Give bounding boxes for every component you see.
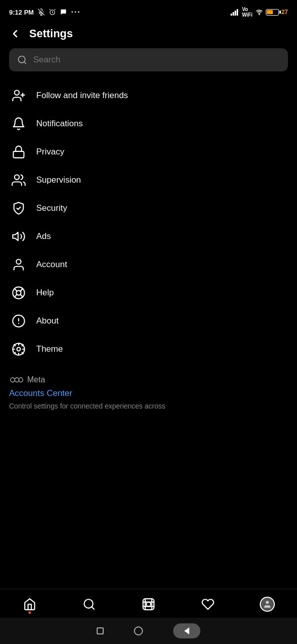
svg-line-22 bbox=[15, 289, 17, 291]
svg-rect-8 bbox=[235, 11, 236, 16]
message-icon bbox=[60, 9, 67, 16]
dot-menu-icon: ··· bbox=[71, 8, 81, 17]
menu-item-theme[interactable]: Theme bbox=[2, 335, 295, 363]
search-icon bbox=[17, 55, 27, 65]
bell-icon bbox=[11, 117, 26, 131]
svg-rect-42 bbox=[143, 599, 154, 610]
supervision-label: Supervision bbox=[36, 175, 81, 185]
menu-item-account[interactable]: Account bbox=[2, 251, 295, 279]
wifi-icon bbox=[255, 9, 263, 16]
meta-section: Meta Accounts Center Control settings fo… bbox=[0, 363, 297, 416]
svg-rect-9 bbox=[237, 9, 238, 16]
privacy-label: Privacy bbox=[36, 147, 64, 157]
battery-percentage: 27 bbox=[281, 9, 288, 16]
help-label: Help bbox=[36, 288, 54, 298]
bottom-nav bbox=[0, 589, 297, 618]
battery-icon bbox=[266, 9, 279, 16]
svg-line-4 bbox=[49, 9, 50, 10]
recents-button[interactable] bbox=[97, 627, 104, 634]
search-input[interactable] bbox=[33, 55, 280, 65]
menu-item-notifications[interactable]: Notifications bbox=[2, 110, 295, 138]
svg-line-23 bbox=[20, 294, 23, 297]
back-button-android[interactable] bbox=[173, 623, 200, 638]
header: Settings bbox=[0, 22, 297, 48]
svg-point-31 bbox=[17, 348, 21, 351]
meta-description: Control settings for connected experienc… bbox=[9, 401, 288, 412]
android-nav-bar bbox=[0, 618, 297, 644]
svg-point-10 bbox=[259, 14, 259, 15]
menu-item-security[interactable]: Security bbox=[2, 194, 295, 222]
alarm-icon bbox=[49, 9, 56, 16]
page-title: Settings bbox=[29, 27, 73, 40]
theme-icon bbox=[11, 342, 26, 356]
menu-item-about[interactable]: About bbox=[2, 307, 295, 335]
svg-point-13 bbox=[15, 91, 19, 95]
status-time: 9:12 PM bbox=[9, 9, 34, 16]
svg-line-26 bbox=[15, 294, 17, 297]
menu-item-supervision[interactable]: Supervision bbox=[2, 166, 295, 194]
mute-icon bbox=[38, 9, 45, 16]
menu-item-help[interactable]: Help bbox=[2, 279, 295, 307]
meta-label: Meta bbox=[27, 375, 45, 384]
svg-point-19 bbox=[16, 260, 21, 264]
svg-line-5 bbox=[54, 9, 55, 10]
svg-rect-16 bbox=[14, 151, 24, 158]
home-notification-dot bbox=[29, 611, 31, 614]
vo-wifi-icon: VoWiFi bbox=[242, 7, 253, 18]
svg-point-48 bbox=[266, 601, 269, 604]
settings-menu: Follow and invite friends Notifications … bbox=[0, 82, 297, 363]
security-icon bbox=[11, 201, 26, 215]
svg-point-43 bbox=[146, 602, 151, 606]
home-button[interactable] bbox=[134, 626, 143, 635]
nav-home[interactable] bbox=[0, 598, 59, 611]
follow-icon bbox=[11, 89, 26, 103]
follow-label: Follow and invite friends bbox=[36, 91, 128, 101]
meta-logo: Meta bbox=[9, 375, 288, 384]
about-icon bbox=[11, 314, 26, 328]
ads-icon bbox=[11, 229, 26, 244]
ads-label: Ads bbox=[36, 231, 51, 242]
nav-profile[interactable] bbox=[238, 597, 297, 612]
nav-activity[interactable] bbox=[178, 598, 238, 611]
about-label: About bbox=[36, 316, 58, 326]
signal-icon bbox=[231, 9, 240, 16]
svg-marker-18 bbox=[13, 232, 18, 240]
svg-line-12 bbox=[24, 62, 26, 64]
supervision-icon bbox=[11, 173, 26, 187]
svg-line-25 bbox=[20, 289, 22, 291]
menu-item-follow[interactable]: Follow and invite friends bbox=[2, 82, 295, 110]
theme-label: Theme bbox=[36, 344, 63, 354]
security-label: Security bbox=[36, 203, 67, 213]
svg-rect-7 bbox=[233, 12, 234, 16]
notifications-label: Notifications bbox=[36, 119, 83, 129]
menu-item-ads[interactable]: Ads bbox=[2, 222, 295, 251]
avatar[interactable] bbox=[260, 597, 275, 612]
nav-search[interactable] bbox=[59, 598, 119, 611]
svg-point-17 bbox=[15, 175, 19, 180]
nav-reels[interactable] bbox=[119, 598, 178, 611]
status-bar: 9:12 PM ··· bbox=[0, 0, 297, 22]
account-icon bbox=[11, 258, 26, 272]
help-icon bbox=[11, 286, 26, 300]
search-bar[interactable] bbox=[9, 48, 288, 71]
accounts-center-link[interactable]: Accounts Center bbox=[9, 388, 288, 398]
menu-item-privacy[interactable]: Privacy bbox=[2, 138, 295, 166]
svg-line-41 bbox=[92, 607, 94, 609]
account-label: Account bbox=[36, 260, 67, 270]
svg-rect-6 bbox=[231, 14, 232, 16]
lock-icon bbox=[11, 145, 26, 159]
back-button[interactable] bbox=[9, 28, 21, 40]
